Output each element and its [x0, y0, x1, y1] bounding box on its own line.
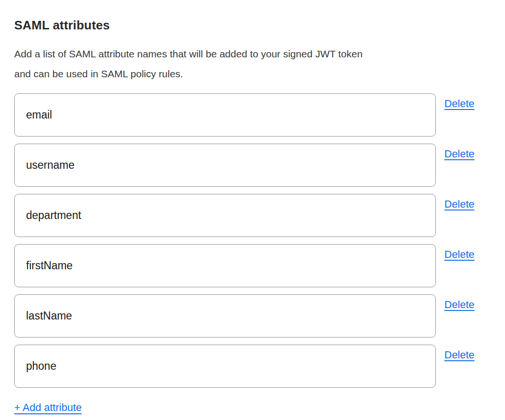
attribute-row: Delete — [14, 194, 491, 237]
attribute-input-department[interactable] — [14, 194, 436, 237]
attribute-input-firstname[interactable] — [14, 244, 436, 287]
delete-attribute-link[interactable]: Delete — [444, 148, 475, 160]
attribute-row: Delete — [14, 294, 491, 338]
attribute-row: Delete — [14, 144, 491, 187]
section-description: Add a list of SAML attribute names that … — [14, 44, 491, 84]
attribute-input-phone[interactable] — [14, 345, 436, 388]
attribute-input-username[interactable] — [14, 144, 436, 187]
attribute-input-email[interactable] — [14, 93, 436, 137]
attribute-row: Delete — [14, 93, 491, 137]
attribute-input-lastname[interactable] — [14, 294, 436, 338]
delete-attribute-link[interactable]: Delete — [444, 248, 475, 261]
delete-attribute-link[interactable]: Delete — [444, 299, 475, 311]
saml-attributes-section: SAML attributes Add a list of SAML attri… — [0, 0, 505, 420]
delete-attribute-link[interactable]: Delete — [444, 349, 475, 361]
attribute-row: Delete — [14, 244, 491, 287]
section-description-line2: and can be used in SAML policy rules. — [14, 64, 491, 84]
add-attribute-link[interactable]: + Add attribute — [14, 402, 82, 414]
delete-attribute-link[interactable]: Delete — [444, 98, 475, 110]
section-title: SAML attributes — [14, 18, 491, 33]
attribute-row: Delete — [14, 345, 491, 388]
delete-attribute-link[interactable]: Delete — [444, 198, 475, 210]
section-description-line1: Add a list of SAML attribute names that … — [14, 44, 491, 64]
